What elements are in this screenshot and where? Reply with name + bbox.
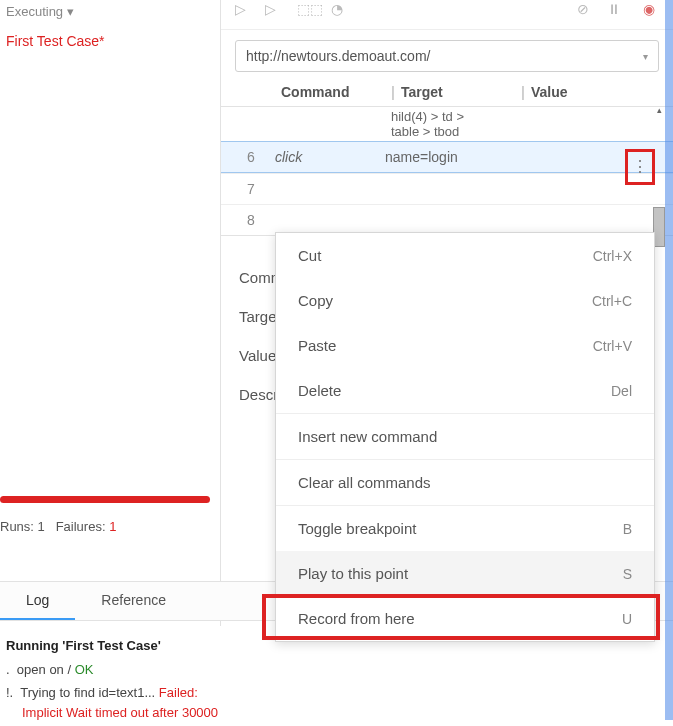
command-grid: hild(4) > td > table > tbod 6 click name… xyxy=(221,106,673,236)
row-number: 8 xyxy=(227,212,275,228)
header-target: Target xyxy=(401,84,443,100)
menu-record-from-here[interactable]: Record from here U xyxy=(276,596,654,641)
menu-copy-shortcut: Ctrl+C xyxy=(592,293,632,309)
menu-paste[interactable]: Paste Ctrl+V xyxy=(276,323,654,368)
log-running-name: First Test Case xyxy=(65,638,157,653)
base-url-text: http://newtours.demoaut.com/ xyxy=(246,48,430,64)
menu-cut-shortcut: Ctrl+X xyxy=(593,248,632,264)
log-ok: OK xyxy=(75,662,94,677)
context-menu: Cut Ctrl+X Copy Ctrl+C Paste Ctrl+V Dele… xyxy=(275,232,655,642)
menu-play-shortcut: S xyxy=(623,566,632,582)
menu-play-to-this-point[interactable]: Play to this point S xyxy=(276,551,654,596)
menu-record-label: Record from here xyxy=(298,610,415,627)
toolbar: ▷ ▷ ⬚⬚ ◔ ⊘ ⏸ ◉ xyxy=(221,0,673,30)
log-running-suffix: ' xyxy=(158,638,161,653)
menu-insert-label: Insert new command xyxy=(298,428,437,445)
step-icon[interactable]: ⬚⬚ xyxy=(297,1,323,17)
table-row[interactable]: 6 click name=login xyxy=(221,141,673,173)
test-case-link[interactable]: First Test Case* xyxy=(0,23,220,59)
runs-value: 1 xyxy=(38,519,45,534)
menu-toggle-label: Toggle breakpoint xyxy=(298,520,416,537)
menu-delete[interactable]: Delete Del xyxy=(276,368,654,413)
menu-play-label: Play to this point xyxy=(298,565,408,582)
menu-toggle-breakpoint[interactable]: Toggle breakpoint B xyxy=(276,506,654,551)
table-row[interactable]: 7 xyxy=(221,173,673,204)
row-number: 7 xyxy=(227,181,275,197)
right-accent-strip xyxy=(665,0,673,720)
disable-icon[interactable]: ⊘ xyxy=(577,1,589,17)
overflow-target-1: hild(4) > td > xyxy=(391,109,521,124)
log-line: !. Trying to find id=text1... Failed: Im… xyxy=(6,681,667,724)
tab-log[interactable]: Log xyxy=(0,582,75,620)
failures-value: 1 xyxy=(109,519,116,534)
failures-label: Failures: xyxy=(56,519,106,534)
menu-delete-shortcut: Del xyxy=(611,383,632,399)
runs-label: Runs: xyxy=(0,519,34,534)
play-icon[interactable]: ▷ xyxy=(235,1,246,17)
row-command: click xyxy=(275,149,385,165)
menu-clear-all-commands[interactable]: Clear all commands xyxy=(276,460,654,505)
table-row[interactable]: 8 xyxy=(221,204,673,235)
menu-record-shortcut: U xyxy=(622,611,632,627)
kebab-menu-icon[interactable]: ⋮ xyxy=(632,165,648,169)
menu-clear-label: Clear all commands xyxy=(298,474,431,491)
scroll-up-icon[interactable]: ▴ xyxy=(653,105,665,115)
executing-status: Executing ▾ xyxy=(0,0,220,23)
play-all-icon[interactable]: ▷ xyxy=(265,1,276,17)
menu-cut-label: Cut xyxy=(298,247,321,264)
pause-icon[interactable]: ⏸ xyxy=(607,1,621,17)
overflow-target-2: table > tbod xyxy=(391,124,521,139)
record-icon[interactable]: ◉ xyxy=(643,1,655,17)
menu-copy[interactable]: Copy Ctrl+C xyxy=(276,278,654,323)
row-target: name=login xyxy=(385,149,515,165)
log-open-text: open on / xyxy=(17,662,75,677)
log-running-prefix: Running ' xyxy=(6,638,65,653)
runs-failures-summary: Runs: 1 Failures: 1 xyxy=(0,519,116,534)
menu-toggle-shortcut: B xyxy=(623,521,632,537)
log-failed: Failed: xyxy=(159,685,198,700)
log-find-text: Trying to find id=text1... xyxy=(20,685,159,700)
log-error-detail: Implicit Wait timed out after 30000 xyxy=(6,703,667,723)
table-row[interactable]: hild(4) > td > table > tbod xyxy=(221,107,673,141)
row-number: 6 xyxy=(227,149,275,165)
tab-reference[interactable]: Reference xyxy=(75,582,192,620)
speed-icon[interactable]: ◔ xyxy=(331,1,343,17)
menu-paste-shortcut: Ctrl+V xyxy=(593,338,632,354)
menu-insert-new-command[interactable]: Insert new command xyxy=(276,414,654,459)
menu-copy-label: Copy xyxy=(298,292,333,309)
menu-delete-label: Delete xyxy=(298,382,341,399)
header-value: Value xyxy=(531,84,568,100)
base-url-input[interactable]: http://newtours.demoaut.com/ ▾ xyxy=(235,40,659,72)
header-command: Command xyxy=(281,84,391,100)
grid-header: Command |Target |Value xyxy=(221,78,673,106)
annotation-box-kebab: ⋮ xyxy=(625,149,655,185)
menu-paste-label: Paste xyxy=(298,337,336,354)
chevron-down-icon[interactable]: ▾ xyxy=(643,51,648,62)
menu-cut[interactable]: Cut Ctrl+X xyxy=(276,233,654,278)
progress-bar xyxy=(0,496,210,503)
log-line: . open on / OK xyxy=(6,658,667,682)
